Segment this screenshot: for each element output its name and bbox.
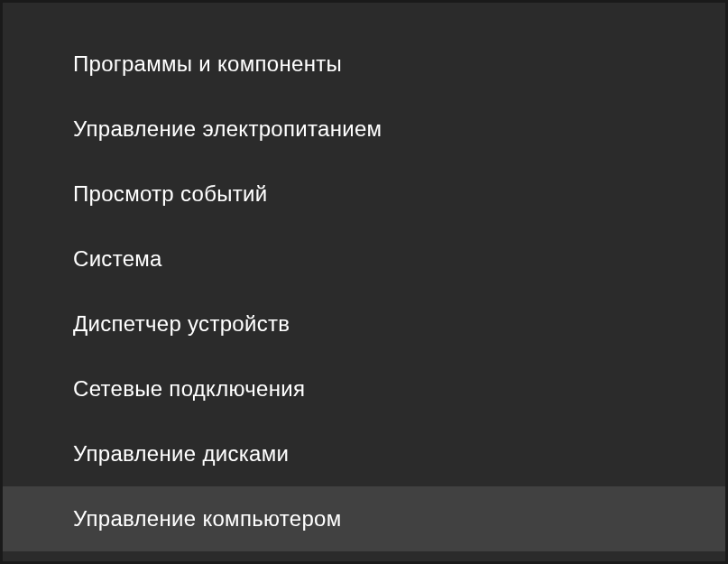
menu-item-label: Просмотр событий: [73, 181, 268, 207]
menu-item-label: Управление дисками: [73, 441, 289, 467]
menu-item-device-manager[interactable]: Диспетчер устройств: [3, 291, 725, 356]
menu-item-power-options[interactable]: Управление электропитанием: [3, 97, 725, 162]
menu-item-label: Сетевые подключения: [73, 376, 305, 402]
menu-item-label: Управление электропитанием: [73, 116, 382, 142]
menu-item-label: Система: [73, 246, 162, 272]
menu-item-label: Управление компьютером: [73, 506, 342, 532]
menu-item-computer-management[interactable]: Управление компьютером: [3, 486, 725, 551]
menu-item-label: Программы и компоненты: [73, 51, 342, 77]
menu-item-event-viewer[interactable]: Просмотр событий: [3, 162, 725, 227]
menu-item-label: Диспетчер устройств: [73, 311, 290, 337]
winx-context-menu: Программы и компоненты Управление электр…: [3, 3, 725, 561]
menu-item-programs-and-features[interactable]: Программы и компоненты: [3, 32, 725, 97]
menu-item-network-connections[interactable]: Сетевые подключения: [3, 356, 725, 421]
menu-item-disk-management[interactable]: Управление дисками: [3, 421, 725, 486]
menu-item-system[interactable]: Система: [3, 227, 725, 291]
